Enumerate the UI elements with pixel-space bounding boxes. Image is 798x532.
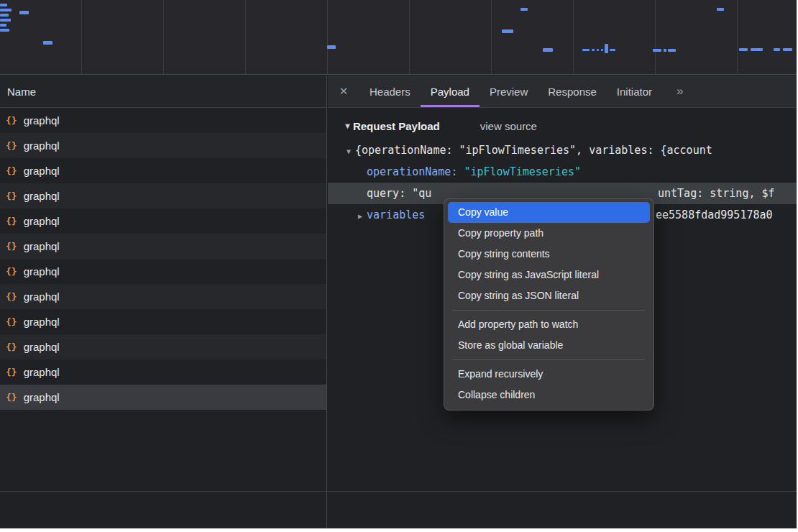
request-name: graphql <box>24 316 60 328</box>
request-row[interactable]: {}graphql <box>0 284 326 309</box>
request-name: graphql <box>24 165 60 177</box>
request-name: graphql <box>24 139 60 152</box>
timeline-bar <box>664 49 666 52</box>
section-expander-icon[interactable]: ▼ <box>344 121 352 130</box>
json-braces-icon: {} <box>6 115 17 126</box>
json-braces-icon: {} <box>6 316 17 327</box>
menu-item-add-property-path-to-watch[interactable]: Add property path to watch <box>448 314 650 335</box>
request-row[interactable]: {}graphql <box>0 158 326 183</box>
timeline-bar <box>543 48 553 52</box>
menu-item-expand-recursively[interactable]: Expand recursively <box>448 364 650 385</box>
json-braces-icon: {} <box>6 216 17 226</box>
timeline-bar <box>520 8 528 11</box>
timeline-bar <box>582 49 590 51</box>
request-payload-section-header[interactable]: ▼ Request Payload view source <box>328 117 797 134</box>
menu-separator <box>453 310 645 311</box>
view-source-link[interactable]: view source <box>480 120 537 132</box>
menu-item-copy-string-as-javascript-literal[interactable]: Copy string as JavaScript literal <box>448 265 650 285</box>
root-preview: {operationName: "ipFlowTimeseries", vari… <box>355 144 712 157</box>
tab-headers[interactable]: Headers <box>359 75 421 107</box>
timeline-bar <box>0 9 12 12</box>
tab-initiator[interactable]: Initiator <box>607 75 662 107</box>
request-name: graphql <box>24 240 60 252</box>
network-panel: Name {}graphql{}graphql{}graphql{}graphq… <box>0 75 327 528</box>
timeline-bar <box>0 24 6 27</box>
timeline-overview[interactable] <box>0 0 797 75</box>
request-name: graphql <box>24 190 60 202</box>
menu-item-copy-string-as-json-literal[interactable]: Copy string as JSON literal <box>448 285 650 306</box>
request-name: graphql <box>24 215 60 227</box>
menu-item-copy-value[interactable]: Copy value <box>448 202 650 223</box>
json-braces-icon: {} <box>6 341 17 352</box>
list-header-name[interactable]: Name <box>0 75 326 108</box>
request-name: graphql <box>24 265 60 278</box>
timeline-bar <box>610 49 615 51</box>
menu-item-copy-string-contents[interactable]: Copy string contents <box>448 244 650 265</box>
json-braces-icon: {} <box>6 266 17 277</box>
request-list: {}graphql{}graphql{}graphql{}graphql{}gr… <box>0 108 326 410</box>
menu-item-collapse-children[interactable]: Collapse children <box>448 385 650 405</box>
request-row[interactable]: {}graphql <box>0 359 326 385</box>
json-braces-icon: {} <box>6 392 17 403</box>
menu-item-store-as-global-variable[interactable]: Store as global variable <box>448 335 650 356</box>
json-braces-icon: {} <box>6 291 17 302</box>
timeline-bar <box>751 48 763 51</box>
timeline-bar <box>605 44 608 53</box>
timeline-bar <box>19 11 29 14</box>
timeline-bar <box>327 45 336 49</box>
json-braces-icon: {} <box>6 367 17 377</box>
menu-item-copy-property-path[interactable]: Copy property path <box>448 223 650 244</box>
timeline-bar <box>0 29 9 32</box>
json-braces-icon: {} <box>6 241 17 252</box>
timeline-bar <box>0 14 9 17</box>
section-title: Request Payload <box>353 120 440 132</box>
request-name: graphql <box>24 290 60 303</box>
request-name: graphql <box>24 341 60 353</box>
property-value: "ipFlowTimeseries" <box>464 165 581 178</box>
more-tabs-icon[interactable]: » <box>668 75 693 107</box>
timeline-bar <box>717 8 724 11</box>
request-row[interactable]: {}graphql <box>0 334 326 359</box>
detail-tabs: ✕ HeadersPayloadPreviewResponseInitiator… <box>328 75 797 108</box>
timeline-bar <box>43 41 52 45</box>
request-row[interactable]: {}graphql <box>0 183 326 208</box>
request-row[interactable]: {}graphql <box>0 208 326 234</box>
tabs-holder: HeadersPayloadPreviewResponseInitiator <box>359 75 662 107</box>
expander-closed-icon[interactable]: ▶ <box>358 212 362 220</box>
property-value-start: "qu <box>412 187 431 200</box>
timeline-bar <box>592 49 595 51</box>
timeline-bar <box>597 49 599 51</box>
close-detail-pane-button[interactable]: ✕ <box>328 75 359 107</box>
tab-payload[interactable]: Payload <box>421 75 480 107</box>
name-column-label: Name <box>7 86 36 98</box>
timeline-bar <box>739 48 748 51</box>
request-row[interactable]: {}graphql <box>0 385 326 410</box>
property-value-continued: ee5588fdad995178a0 <box>656 204 773 226</box>
property-key: operationName: <box>367 165 464 178</box>
property-value-continued: untTag: string, $f <box>658 183 775 204</box>
expander-open-icon[interactable]: ▼ <box>347 147 351 155</box>
timeline-bar <box>774 48 780 51</box>
request-name: graphql <box>24 366 60 378</box>
table-summary-divider <box>0 491 797 492</box>
request-row[interactable]: {}graphql <box>0 234 326 259</box>
property-key: query: <box>367 187 412 200</box>
request-row[interactable]: {}graphql <box>0 309 326 334</box>
tab-preview[interactable]: Preview <box>480 75 538 107</box>
request-row[interactable]: {}graphql <box>0 108 326 133</box>
context-menu: Copy valueCopy property pathCopy string … <box>444 198 654 411</box>
request-row[interactable]: {}graphql <box>0 259 326 284</box>
tab-response[interactable]: Response <box>538 75 607 107</box>
timeline-bar <box>502 29 513 33</box>
property-key: variables <box>367 208 425 221</box>
devtools-window: Name {}graphql{}graphql{}graphql{}graphq… <box>0 0 797 528</box>
payload-root-row[interactable]: ▼{operationName: "ipFlowTimeseries", var… <box>328 139 797 161</box>
timeline-bar <box>601 49 603 51</box>
request-row[interactable]: {}graphql <box>0 133 326 158</box>
payload-row-operationname[interactable]: operationName: "ipFlowTimeseries" <box>328 161 797 183</box>
timeline-bar <box>783 48 792 51</box>
menu-separator <box>453 359 645 360</box>
json-braces-icon: {} <box>6 191 17 201</box>
timeline-bar <box>0 19 11 22</box>
request-name: graphql <box>24 391 60 403</box>
